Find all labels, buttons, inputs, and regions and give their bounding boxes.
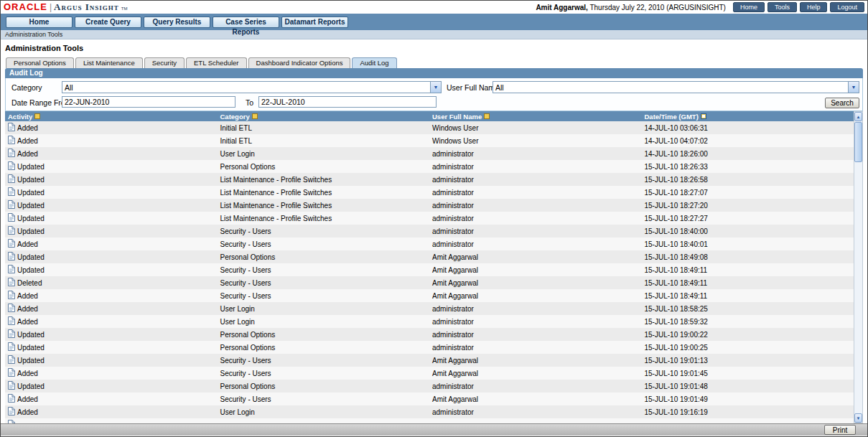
datetime-cell: 15-JUL-10 19:01:45 <box>642 367 854 380</box>
topbar-home-button[interactable]: Home <box>733 2 765 12</box>
table-row: Updated List Maintenance - Profile Switc… <box>5 186 854 199</box>
datetime-cell: 15-JUL-10 18:49:11 <box>642 289 854 302</box>
sort-icon[interactable] <box>34 113 40 119</box>
user-full-name-dropdown[interactable]: All ▼ <box>493 81 859 93</box>
scroll-down-icon[interactable]: ▼ <box>854 413 862 423</box>
user-cell: administrator <box>429 186 642 199</box>
document-icon <box>8 329 15 338</box>
activity-label: Updated <box>17 382 45 390</box>
datetime-cell: 15-JUL-10 18:49:08 <box>642 250 854 263</box>
activity-cell: Updated <box>5 354 218 367</box>
column-header-datetime[interactable]: Date/Time (GMT) <box>642 111 854 121</box>
sort-icon[interactable] <box>701 113 706 119</box>
category-cell: Personal Options <box>218 341 430 354</box>
table-row: Updated List Maintenance - Profile Switc… <box>5 199 854 212</box>
category-cell: Security - Users <box>218 354 430 367</box>
datetime-cell: 14-JUL-10 04:07:02 <box>642 134 854 147</box>
category-cell: Security - Users <box>218 225 430 238</box>
topbar-tools-button[interactable]: Tools <box>767 2 797 12</box>
column-header-category[interactable]: Category <box>218 111 430 121</box>
category-cell: User Login <box>218 315 430 328</box>
user-cell: Amit Aggarwal <box>429 276 642 289</box>
scroll-up-icon[interactable]: ▲ <box>854 112 862 121</box>
breadcrumb: Administration Tools <box>1 30 867 39</box>
datetime-cell: 14-JUL-10 18:26:00 <box>642 147 854 160</box>
scroll-thumb[interactable] <box>854 122 862 162</box>
tab-audit-log[interactable]: Audit Log <box>352 57 396 68</box>
datetime-cell: 15-JUL-10 18:27:20 <box>642 199 854 212</box>
tab-etl-scheduler[interactable]: ETL Scheduler <box>186 57 247 68</box>
document-icon <box>8 239 15 248</box>
datetime-cell: 15-JUL-10 18:26:33 <box>642 160 854 173</box>
activity-cell: Updated <box>5 160 218 173</box>
topbar-logout-button[interactable]: Logout <box>830 2 864 12</box>
table-row: Added Security - Users Amit Aggarwal 15-… <box>5 393 854 405</box>
tab-personal-options[interactable]: Personal Options <box>6 57 74 68</box>
document-icon <box>8 304 15 312</box>
tab-security[interactable]: Security <box>144 57 185 68</box>
nav-query-results[interactable]: Query Results <box>144 17 210 28</box>
datetime-cell: 15-JUL-10 18:49:11 <box>642 276 854 289</box>
table-row: Updated List Maintenance - Profile Switc… <box>5 173 854 186</box>
table-row <box>5 418 854 423</box>
table-row: Added Security - Users Amit Aggarwal 15-… <box>5 367 854 380</box>
category-cell: Security - Users <box>218 276 430 289</box>
column-header-activity[interactable]: Activity <box>5 111 218 121</box>
date-from-input[interactable] <box>62 96 235 108</box>
nav-home[interactable]: Home <box>6 17 73 28</box>
activity-label: Added <box>17 240 38 248</box>
trademark-symbol: TM <box>121 6 128 11</box>
activity-cell: Updated <box>5 341 218 354</box>
activity-cell: Deleted <box>5 276 218 289</box>
user-selected-value: All <box>495 83 504 92</box>
print-button[interactable]: Print <box>824 425 856 435</box>
topbar-help-button[interactable]: Help <box>800 2 828 12</box>
activity-cell: Updated <box>5 263 218 276</box>
topbar-right: Amit Aggarwal, Thursday July 22, 2010 (A… <box>536 2 864 12</box>
activity-label: Added <box>17 292 38 300</box>
datetime-cell: 15-JUL-10 18:58:25 <box>642 302 854 315</box>
nav-case-series-reports[interactable]: Case Series Reports <box>213 17 279 28</box>
activity-cell: Added <box>5 367 218 380</box>
user-name: Amit Aggarwal, <box>536 4 587 11</box>
category-cell: Initial ETL <box>218 134 430 147</box>
user-cell: administrator <box>429 341 642 354</box>
user-cell: Amit Aggarwal <box>429 250 642 263</box>
category-cell: Security - Users <box>218 263 430 276</box>
vertical-scrollbar[interactable]: ▲ ▼ <box>854 111 863 423</box>
sort-icon[interactable] <box>484 113 490 119</box>
table-row: Updated Security - Users Amit Aggarwal 1… <box>5 263 854 276</box>
document-icon <box>8 316 15 325</box>
tab-list-maintenance[interactable]: List Maintenance <box>75 57 143 68</box>
chevron-down-icon[interactable]: ▼ <box>848 82 859 93</box>
activity-cell: Added <box>5 405 218 418</box>
chevron-down-icon[interactable]: ▼ <box>430 82 441 93</box>
tab-dashboard-indicator-options[interactable]: Dashboard Indicator Options <box>248 57 351 68</box>
user-cell: administrator <box>429 328 642 341</box>
datetime-cell: 15-JUL-10 18:59:32 <box>642 315 854 328</box>
category-dropdown[interactable]: All ▼ <box>62 81 442 93</box>
category-selected-value: All <box>65 83 73 92</box>
category-cell: List Maintenance - Profile Switches <box>218 212 430 225</box>
nav-create-query[interactable]: Create Query <box>75 17 141 28</box>
search-button[interactable]: Search <box>825 98 859 108</box>
column-header-user-full-name[interactable]: User Full Name <box>429 111 642 121</box>
user-info: Amit Aggarwal, Thursday July 22, 2010 (A… <box>536 4 726 11</box>
category-cell: Security - Users <box>218 393 430 405</box>
date-to-input[interactable] <box>258 96 437 108</box>
category-cell: User Login <box>218 302 430 315</box>
column-label: Activity <box>8 113 32 121</box>
oracle-logo: ORACLE <box>4 1 47 12</box>
activity-cell: Updated <box>5 186 218 199</box>
sort-icon[interactable] <box>252 113 258 119</box>
activity-cell: Added <box>5 121 218 134</box>
category-label: Category <box>11 83 42 92</box>
activity-label: Added <box>17 318 38 326</box>
category-cell: Security - Users <box>218 238 430 250</box>
nav-datamart-reports[interactable]: Datamart Reports <box>281 17 348 28</box>
user-cell: administrator <box>429 160 642 173</box>
activity-label: Added <box>17 137 38 145</box>
category-cell: Security - Users <box>218 367 430 380</box>
datetime-cell: 15-JUL-10 18:26:58 <box>642 173 854 186</box>
activity-cell: Added <box>5 134 218 147</box>
